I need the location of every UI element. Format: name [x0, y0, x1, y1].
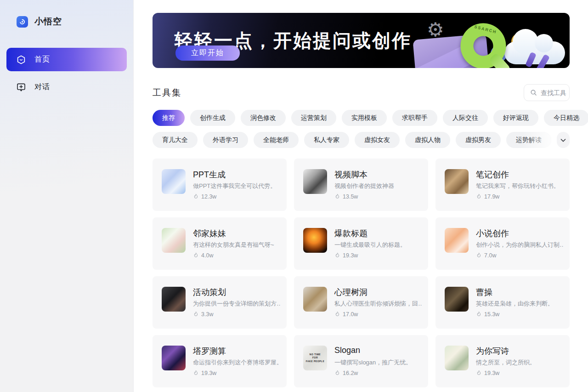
- usage-count: 19.3w: [343, 252, 358, 259]
- tool-usage: 3.3w: [193, 311, 213, 318]
- main-area: 轻轻一点，开始提问或创作 ⚙ 立即开始 π: [134, 0, 588, 392]
- wukong-logo-icon: [17, 16, 28, 28]
- filter-chip[interactable]: 运势解读: [506, 132, 551, 148]
- app-title: 小悟空: [34, 16, 62, 28]
- sidebar-item-label: 对话: [34, 82, 50, 92]
- tool-thumbnail: [162, 228, 186, 253]
- usage-count: 16.2w: [343, 370, 358, 376]
- start-now-button[interactable]: 立即开始: [175, 45, 240, 61]
- tool-search-box[interactable]: [524, 84, 570, 101]
- tool-title: 为你写诗: [476, 346, 509, 357]
- tool-card[interactable]: 为你写诗 情之所至，词之所织。 19.3w: [435, 335, 570, 387]
- tool-card[interactable]: NO TIME FOR FAKE PEOPLE Slogan 一键撰写sloga…: [294, 335, 428, 387]
- tool-thumbnail: [162, 287, 186, 312]
- tool-title: 笔记创作: [476, 169, 509, 180]
- usage-count: 13.5w: [343, 193, 358, 200]
- app-window: 小悟空 首页 对: [0, 0, 588, 392]
- flame-icon: [476, 370, 482, 376]
- tool-card[interactable]: 曹操 英雄还是枭雄，由你来判断。 15.3w: [435, 276, 570, 329]
- tool-title: 邻家妹妹: [193, 228, 226, 239]
- tool-title: Slogan: [334, 346, 360, 355]
- tool-card[interactable]: 活动策划 为你提供一份专业详细的策划方… 3.3w: [153, 276, 287, 329]
- tool-description: 有这样的女朋友真是有福气呀~: [193, 241, 280, 249]
- tool-description: 私人心理医生听你倾诉烦恼，回…: [334, 300, 422, 308]
- filter-chip[interactable]: 润色修改: [241, 110, 286, 126]
- filter-chip[interactable]: 好评返现: [493, 110, 538, 126]
- filter-chip[interactable]: 推荐: [153, 110, 185, 126]
- tool-title: 心理树洞: [334, 287, 368, 298]
- filter-chip[interactable]: 育儿大全: [153, 132, 198, 148]
- tool-usage: 16.2w: [334, 370, 358, 376]
- tool-card[interactable]: 笔记创作 笔记我来写，帮你玩转小红书。 17.9w: [435, 159, 570, 211]
- flame-icon: [193, 193, 199, 200]
- tool-thumbnail: [303, 228, 327, 253]
- tool-card[interactable]: PPT生成 做PPT这件事我完全可以代劳。 12.3w: [153, 159, 287, 211]
- tool-usage: 17.0w: [334, 311, 358, 318]
- gear-icon: ⚙: [427, 20, 444, 40]
- home-hexagon-icon: [16, 55, 26, 65]
- sidebar-item-label: 首页: [34, 55, 50, 64]
- filter-chip[interactable]: 虚拟人物: [405, 132, 450, 148]
- filter-chip[interactable]: 外语学习: [203, 132, 248, 148]
- filter-chips-row1: 推荐 创作生成 润色修改 运营策划: [153, 110, 588, 126]
- tool-thumbnail: [303, 287, 327, 312]
- filter-chip[interactable]: 人际交往: [443, 110, 488, 126]
- tool-description: 情之所至，词之所织。: [476, 358, 563, 367]
- flame-icon: [476, 311, 482, 318]
- filter-chip[interactable]: 全能老师: [254, 132, 299, 148]
- filter-chip[interactable]: 今日精选: [544, 110, 588, 126]
- expand-filters-button[interactable]: [557, 132, 570, 148]
- sidebar-item-home[interactable]: 首页: [6, 48, 127, 71]
- tool-title: 小说创作: [476, 228, 509, 239]
- tool-thumbnail: [445, 169, 469, 194]
- usage-count: 17.0w: [343, 311, 358, 318]
- filter-chip[interactable]: 虚拟女友: [355, 132, 400, 148]
- tool-title: 塔罗测算: [193, 346, 226, 357]
- tool-card[interactable]: 爆款标题 一键生成最吸引人的标题。 19.3w: [294, 217, 428, 270]
- usage-count: 19.3w: [484, 370, 499, 376]
- flame-icon: [193, 311, 199, 318]
- usage-count: 7.0w: [484, 252, 496, 259]
- flame-icon: [193, 252, 199, 259]
- tool-card[interactable]: 小说创作 创作小说，为你的脑洞私人订制… 7.0w: [435, 217, 570, 270]
- tool-title: PPT生成: [193, 169, 226, 180]
- tool-card[interactable]: 塔罗测算 命运指引你来到这个赛博塔罗屋。 19.3w: [153, 335, 287, 387]
- filter-chip[interactable]: 创作生成: [190, 110, 235, 126]
- chat-plus-icon: [16, 82, 26, 92]
- flame-icon: [334, 311, 340, 318]
- filter-chip[interactable]: 虚拟男友: [456, 132, 501, 148]
- chevron-down-icon: [559, 136, 567, 144]
- tool-thumbnail: [445, 346, 469, 370]
- hero-banner[interactable]: 轻轻一点，开始提问或创作 ⚙ 立即开始 π: [153, 13, 570, 68]
- search-icon: [530, 89, 537, 96]
- tool-card[interactable]: 视频脚本 视频创作者的提效神器 13.5w: [294, 159, 428, 211]
- tool-description: 一键生成最吸引人的标题。: [334, 241, 422, 249]
- tool-description: 为你提供一份专业详细的策划方…: [193, 300, 280, 308]
- tool-title: 曹操: [476, 287, 492, 298]
- search-input[interactable]: [541, 89, 569, 97]
- tool-card[interactable]: 邻家妹妹 有这样的女朋友真是有福气呀~ 4.0w: [153, 217, 287, 270]
- tool-thumbnail: [162, 169, 186, 194]
- tool-thumbnail: NO TIME FOR FAKE PEOPLE: [303, 346, 327, 370]
- tool-usage: 19.3w: [193, 370, 216, 376]
- tool-thumbnail: [162, 346, 186, 370]
- tool-thumbnail: [445, 287, 469, 312]
- filter-chip[interactable]: 运营策划: [291, 110, 336, 126]
- tool-usage: 7.0w: [476, 252, 496, 259]
- filter-chip[interactable]: 私人专家: [304, 132, 349, 148]
- filter-chips-row2: 育儿大全 外语学习 全能老师 私人专家: [153, 132, 551, 148]
- usage-count: 17.9w: [484, 193, 499, 200]
- usage-count: 3.3w: [201, 311, 213, 318]
- filter-chip[interactable]: 实用模板: [342, 110, 387, 126]
- cloud-shape: [504, 41, 565, 64]
- tool-description: 视频创作者的提效神器: [334, 182, 422, 190]
- filter-chip[interactable]: 求职帮手: [392, 110, 437, 126]
- sidebar-item-chat[interactable]: 对话: [6, 75, 127, 99]
- tool-card[interactable]: 心理树洞 私人心理医生听你倾诉烦恼，回… 17.0w: [294, 276, 428, 329]
- tool-title: 爆款标题: [334, 228, 368, 239]
- flame-icon: [476, 193, 482, 200]
- search-magnifier-art: SSARCH: [460, 23, 506, 68]
- usage-count: 15.3w: [484, 311, 499, 318]
- flame-icon: [334, 370, 340, 376]
- tool-usage: 12.3w: [193, 193, 216, 200]
